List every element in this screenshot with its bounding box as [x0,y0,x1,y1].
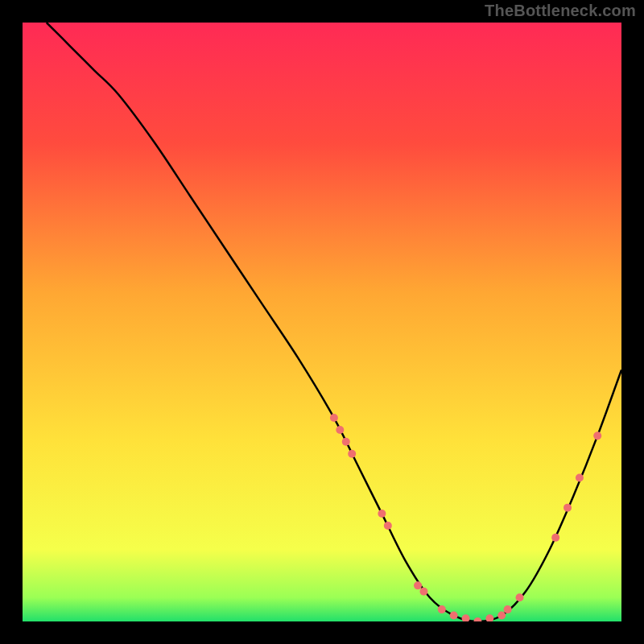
marker-point [330,414,338,422]
marker-point [419,588,427,596]
marker-point [497,612,506,620]
marker-point [336,426,344,434]
marker-point [414,581,422,589]
marker-point [450,612,458,620]
watermark-text: TheBottleneck.com [485,2,636,20]
marker-point [516,593,524,601]
marker-point [593,431,601,440]
marker-point [342,438,350,446]
marker-point [576,473,584,481]
plot-area [23,23,621,621]
marker-point [551,534,559,542]
chart-container: TheBottleneck.com [0,0,644,644]
marker-point [504,605,512,613]
marker-point [348,450,356,458]
chart-svg [23,23,621,621]
marker-point [384,522,392,530]
marker-point [564,504,572,512]
marker-point [438,605,446,613]
marker-point [378,510,386,518]
gradient-background [23,23,621,621]
